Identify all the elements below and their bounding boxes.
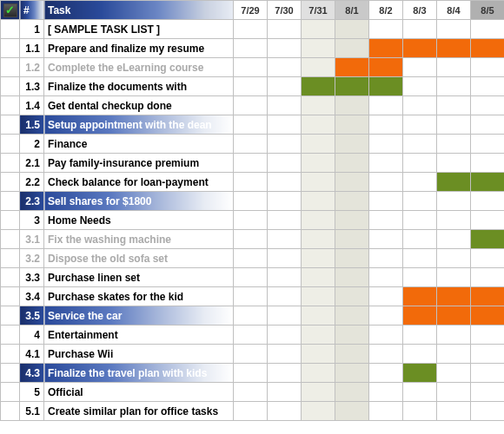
- cell-number[interactable]: 4.1: [20, 345, 44, 364]
- cell-day[interactable]: [234, 364, 268, 383]
- header-day[interactable]: 7/29: [234, 1, 268, 20]
- cell-day[interactable]: [234, 211, 268, 230]
- cell-day[interactable]: [302, 268, 335, 287]
- cell-check[interactable]: [1, 383, 20, 402]
- cell-check[interactable]: [1, 154, 20, 173]
- cell-check[interactable]: [1, 306, 20, 326]
- cell-task[interactable]: Prepare and finalize my resume: [44, 39, 234, 58]
- cell-number[interactable]: 4: [20, 326, 44, 345]
- cell-check[interactable]: [1, 39, 20, 58]
- gantt-bar-green[interactable]: [403, 364, 437, 383]
- header-day[interactable]: 8/2: [369, 1, 403, 20]
- cell-day[interactable]: [437, 249, 471, 268]
- cell-day[interactable]: [335, 287, 369, 306]
- cell-day[interactable]: [234, 39, 268, 58]
- cell-day[interactable]: [268, 230, 302, 249]
- table-row[interactable]: 3.5Service the car: [1, 306, 505, 326]
- table-row[interactable]: 3Home Needs: [1, 211, 505, 230]
- cell-day[interactable]: [437, 326, 471, 345]
- cell-day[interactable]: [268, 135, 302, 154]
- cell-day[interactable]: [437, 20, 471, 39]
- gantt-bar-orange[interactable]: [471, 306, 505, 326]
- cell-day[interactable]: [369, 287, 403, 306]
- table-row[interactable]: 5Official: [1, 383, 505, 402]
- cell-day[interactable]: [403, 249, 437, 268]
- check-icon[interactable]: ✓: [3, 3, 17, 17]
- gantt-bar-orange[interactable]: [403, 287, 437, 306]
- cell-day[interactable]: [234, 96, 268, 115]
- cell-number[interactable]: 1.3: [20, 77, 44, 96]
- cell-day[interactable]: [437, 154, 471, 173]
- cell-day[interactable]: [369, 115, 403, 135]
- cell-day[interactable]: [335, 306, 369, 326]
- cell-day[interactable]: [268, 115, 302, 135]
- cell-day[interactable]: [437, 96, 471, 115]
- cell-task[interactable]: Finalize the documents with: [44, 77, 234, 96]
- cell-task[interactable]: Dispose the old sofa set: [44, 249, 234, 268]
- cell-day[interactable]: [403, 326, 437, 345]
- cell-number[interactable]: 2.3: [20, 192, 44, 211]
- cell-day[interactable]: [234, 402, 268, 421]
- cell-day[interactable]: [234, 173, 268, 192]
- table-row[interactable]: 1.5Setup appointment with the dean: [1, 115, 505, 135]
- cell-day[interactable]: [268, 402, 302, 421]
- cell-day[interactable]: [335, 364, 369, 383]
- cell-day[interactable]: [437, 268, 471, 287]
- cell-day[interactable]: [234, 192, 268, 211]
- cell-day[interactable]: [471, 364, 505, 383]
- cell-day[interactable]: [302, 306, 335, 326]
- cell-task[interactable]: Finalize the travel plan with kids: [44, 364, 234, 383]
- cell-day[interactable]: [471, 268, 505, 287]
- cell-day[interactable]: [335, 173, 369, 192]
- cell-day[interactable]: [471, 154, 505, 173]
- cell-day[interactable]: [335, 20, 369, 39]
- cell-day[interactable]: [369, 268, 403, 287]
- cell-number[interactable]: 1.1: [20, 39, 44, 58]
- cell-day[interactable]: [437, 192, 471, 211]
- header-day[interactable]: 7/30: [268, 1, 302, 20]
- cell-day[interactable]: [471, 77, 505, 96]
- cell-day[interactable]: [437, 230, 471, 249]
- cell-day[interactable]: [335, 268, 369, 287]
- table-row[interactable]: 4.3Finalize the travel plan with kids: [1, 364, 505, 383]
- cell-day[interactable]: [234, 287, 268, 306]
- cell-day[interactable]: [471, 345, 505, 364]
- cell-day[interactable]: [437, 211, 471, 230]
- cell-day[interactable]: [437, 115, 471, 135]
- cell-day[interactable]: [403, 173, 437, 192]
- cell-number[interactable]: 1: [20, 20, 44, 39]
- cell-day[interactable]: [302, 383, 335, 402]
- header-day[interactable]: 8/4: [437, 1, 471, 20]
- cell-day[interactable]: [268, 96, 302, 115]
- gantt-bar-orange[interactable]: [471, 39, 505, 58]
- cell-day[interactable]: [403, 58, 437, 77]
- cell-day[interactable]: [403, 135, 437, 154]
- cell-day[interactable]: [369, 192, 403, 211]
- cell-day[interactable]: [268, 154, 302, 173]
- cell-day[interactable]: [302, 96, 335, 115]
- cell-day[interactable]: [369, 306, 403, 326]
- cell-day[interactable]: [369, 402, 403, 421]
- table-row[interactable]: 1.1Prepare and finalize my resume: [1, 39, 505, 58]
- cell-task[interactable]: Purchase Wii: [44, 345, 234, 364]
- cell-day[interactable]: [369, 20, 403, 39]
- cell-day[interactable]: [369, 211, 403, 230]
- table-row[interactable]: 4.1Purchase Wii: [1, 345, 505, 364]
- gantt-bar-orange[interactable]: [471, 287, 505, 306]
- cell-day[interactable]: [335, 154, 369, 173]
- task-table[interactable]: ✓#Task7/297/307/318/18/28/38/48/5 1[ SAM…: [0, 0, 504, 421]
- cell-day[interactable]: [335, 326, 369, 345]
- cell-check[interactable]: [1, 77, 20, 96]
- cell-task[interactable]: Setup appointment with the dean: [44, 115, 234, 135]
- cell-task[interactable]: Check balance for loan-payment: [44, 173, 234, 192]
- cell-check[interactable]: [1, 20, 20, 39]
- cell-day[interactable]: [268, 20, 302, 39]
- table-row[interactable]: 1.4Get dental checkup done: [1, 96, 505, 115]
- cell-check[interactable]: [1, 135, 20, 154]
- header-day[interactable]: 8/1: [335, 1, 369, 20]
- cell-day[interactable]: [403, 211, 437, 230]
- cell-day[interactable]: [437, 364, 471, 383]
- cell-day[interactable]: [268, 383, 302, 402]
- table-row[interactable]: 3.4Purchase skates for the kid: [1, 287, 505, 306]
- cell-number[interactable]: 1.2: [20, 58, 44, 77]
